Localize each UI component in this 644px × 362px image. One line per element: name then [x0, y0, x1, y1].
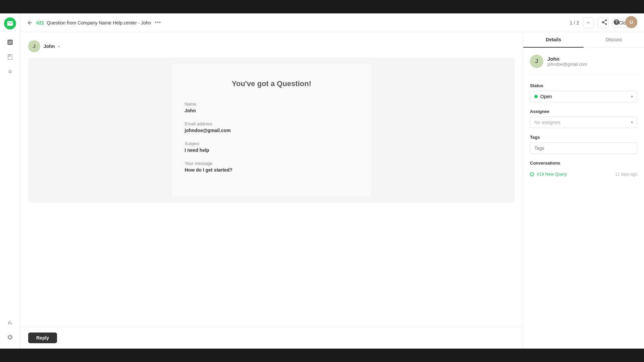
pagination-total: 2 — [576, 20, 579, 25]
sidebar-bottom — [4, 316, 16, 349]
share-button[interactable] — [601, 19, 608, 25]
status-value: Open — [534, 94, 552, 99]
back-icon — [27, 20, 33, 26]
pagination-separator: / — [574, 20, 575, 25]
main-content: #21 Question from Company Name Help.cent… — [20, 13, 644, 349]
tags-input[interactable] — [530, 142, 637, 154]
tags-label: Tags — [530, 135, 637, 140]
sidebar-logo[interactable] — [4, 17, 16, 29]
right-panel-tabs: Details Discuss — [523, 32, 644, 48]
help-button[interactable] — [613, 19, 620, 25]
tab-discuss[interactable]: Discuss — [584, 32, 644, 48]
email-card-title: You've got a Question! — [185, 79, 359, 88]
field-label-subject: Subject — [185, 141, 359, 146]
conversation-area: J John ▾ You've got a Question! Name Joh… — [20, 32, 523, 349]
top-bar — [0, 0, 644, 13]
conversation-footer: Reply — [20, 327, 523, 349]
avatar-initial: U — [630, 19, 633, 25]
reply-button[interactable]: Reply — [28, 333, 57, 343]
conversations-section: Conversations #19 New Query 11 days ago — [530, 161, 637, 179]
contact-email: johndoe@gmail.com — [547, 62, 587, 67]
contact-info: John johndoe@gmail.com — [547, 56, 587, 67]
global-icons: U — [601, 16, 637, 28]
split-view: J John ▾ You've got a Question! Name Joh… — [20, 32, 644, 349]
sender-avatar: J — [28, 40, 40, 52]
email-field-message: Your message How do I get started? — [185, 161, 359, 173]
tags-section: Tags — [530, 135, 637, 154]
email-field-subject: Subject I need help — [185, 141, 359, 153]
bottom-bar — [0, 349, 644, 362]
assignee-section: Assignee No assignee ▾ — [530, 109, 637, 128]
email-field-name: Name John — [185, 102, 359, 113]
tab-details[interactable]: Details — [523, 32, 584, 48]
status-dot-icon — [534, 95, 538, 98]
bar-chart-icon — [7, 319, 13, 326]
inbox-icon — [7, 39, 13, 46]
sidebar-item-integrations[interactable] — [4, 66, 16, 78]
status-section: Status Open ▾ — [530, 83, 637, 102]
contact-name: John — [547, 56, 587, 62]
settings-icon — [7, 334, 13, 341]
sidebar-item-knowledge[interactable] — [4, 51, 16, 63]
field-value-name: John — [185, 108, 359, 113]
right-panel: Details Discuss J John johndoe@gmail.com — [523, 32, 644, 349]
field-value-subject: I need help — [185, 147, 359, 153]
status-chevron-icon: ▾ — [631, 94, 633, 99]
integrations-icon — [7, 68, 13, 75]
ticket-subject: Question from Company Name Help.center -… — [47, 20, 151, 25]
more-options-button[interactable]: ••• — [155, 19, 161, 26]
sidebar-item-settings[interactable] — [4, 331, 16, 343]
logo-icon — [7, 20, 13, 27]
sidebar-item-inbox[interactable] — [4, 36, 16, 48]
conv-id[interactable]: #19 New Query — [537, 172, 567, 177]
status-dropdown[interactable]: Open ▾ — [530, 91, 637, 102]
conversation-item: #19 New Query 11 days ago — [530, 170, 637, 179]
header-left: #21 Question from Company Name Help.cent… — [27, 19, 161, 26]
user-avatar[interactable]: U — [625, 16, 637, 28]
field-label-name: Name — [185, 102, 359, 107]
conversation-body: J John ▾ You've got a Question! Name Joh… — [20, 32, 523, 327]
email-card: You've got a Question! Name John Email a… — [171, 63, 372, 197]
field-label-email: Email address — [185, 121, 359, 126]
message-header: J John ▾ — [28, 40, 515, 52]
sidebar-item-reports[interactable] — [4, 316, 16, 328]
ticket-id: #21 — [36, 20, 44, 25]
prev-conversation-button[interactable] — [583, 17, 594, 28]
email-field-email: Email address johndoe@gmail.com — [185, 121, 359, 133]
help-icon — [613, 19, 620, 25]
conversation-title: #21 Question from Company Name Help.cent… — [36, 20, 151, 25]
sender-name: John — [44, 44, 55, 49]
pagination-current: 1 — [570, 20, 573, 25]
share-icon — [601, 19, 608, 25]
contact-avatar: J — [530, 55, 543, 68]
sidebar — [0, 13, 20, 349]
conversations-label: Conversations — [530, 161, 637, 166]
conversation-item-left: #19 New Query — [530, 172, 567, 177]
assignee-placeholder: No assignee — [534, 120, 560, 125]
content-header: #21 Question from Company Name Help.cent… — [20, 13, 644, 32]
pagination: 1 / 2 — [570, 20, 579, 25]
conv-time: 11 days ago — [615, 172, 637, 177]
sender-chevron-icon: ▾ — [58, 45, 60, 48]
assignee-label: Assignee — [530, 109, 637, 114]
right-panel-body: J John johndoe@gmail.com Status Open — [523, 48, 644, 349]
assignee-dropdown[interactable]: No assignee ▾ — [530, 117, 637, 128]
back-button[interactable] — [27, 20, 33, 26]
chevron-up-icon — [586, 20, 591, 25]
book-icon — [7, 54, 13, 60]
status-label: Status — [530, 83, 637, 88]
conv-status-icon — [530, 172, 534, 176]
contact-section: J John johndoe@gmail.com — [530, 55, 637, 75]
field-value-message: How do I get started? — [185, 167, 359, 173]
assignee-chevron-icon: ▾ — [631, 120, 633, 125]
field-value-email: johndoe@gmail.com — [185, 128, 359, 133]
field-label-message: Your message — [185, 161, 359, 166]
